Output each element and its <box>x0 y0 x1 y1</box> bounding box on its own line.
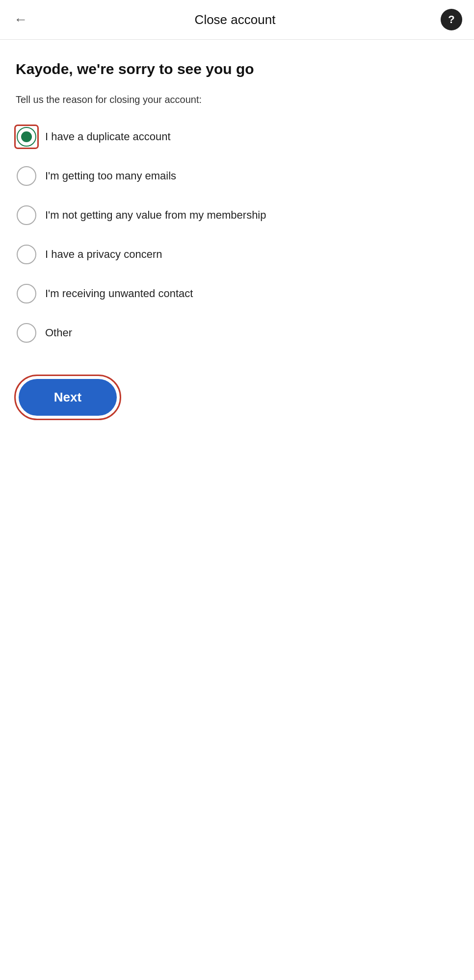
option-label-value: I'm not getting any value from my member… <box>45 208 266 223</box>
back-button[interactable]: ← <box>12 11 29 28</box>
options-list: I have a duplicate account I'm getting t… <box>16 117 458 352</box>
page-heading: Kayode, we're sorry to see you go <box>16 59 458 78</box>
list-item[interactable]: Other <box>16 313 458 352</box>
prompt-text: Tell us the reason for closing your acco… <box>16 94 458 105</box>
radio-wrapper-other <box>16 322 37 344</box>
page-title: Close account <box>29 12 441 27</box>
radio-wrapper-privacy <box>16 244 37 265</box>
next-button-wrapper: Next <box>16 376 120 419</box>
option-label-contact: I'm receiving unwanted contact <box>45 286 193 302</box>
back-arrow-icon: ← <box>14 13 27 26</box>
help-button[interactable]: ? <box>441 9 462 30</box>
radio-wrapper-duplicate <box>16 126 37 148</box>
option-label-other: Other <box>45 326 72 341</box>
radio-wrapper-emails <box>16 165 37 187</box>
option-label-duplicate: I have a duplicate account <box>45 129 171 145</box>
list-item[interactable]: I have a duplicate account <box>16 117 458 156</box>
radio-wrapper-contact <box>16 283 37 304</box>
header: ← Close account ? <box>0 0 474 40</box>
question-icon: ? <box>448 13 454 26</box>
next-button[interactable]: Next <box>19 379 117 416</box>
option-label-privacy: I have a privacy concern <box>45 247 162 262</box>
list-item[interactable]: I have a privacy concern <box>16 235 458 274</box>
list-item[interactable]: I'm getting too many emails <box>16 156 458 196</box>
list-item[interactable]: I'm receiving unwanted contact <box>16 274 458 313</box>
radio-wrapper-value <box>16 204 37 226</box>
list-item[interactable]: I'm not getting any value from my member… <box>16 196 458 235</box>
option-label-emails: I'm getting too many emails <box>45 169 176 184</box>
content-area: Kayode, we're sorry to see you go Tell u… <box>0 40 474 442</box>
